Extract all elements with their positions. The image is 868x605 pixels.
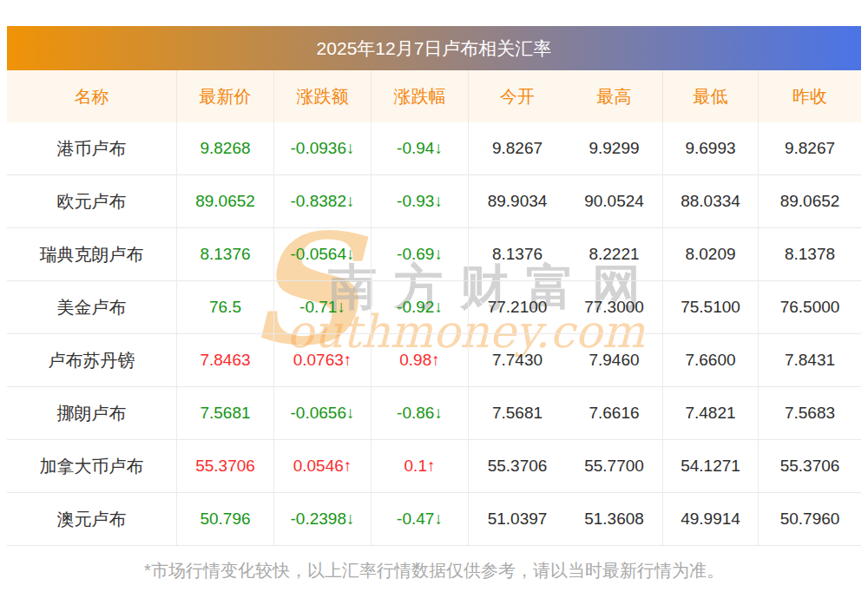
cell-high: 77.3000: [566, 281, 663, 333]
page-title: 2025年12月7日卢布相关汇率: [317, 36, 552, 61]
cell-open: 7.5681: [469, 387, 566, 439]
cell-prev: 89.0652: [759, 175, 861, 227]
table-row: 美金卢布 76.5 -0.71↓ -0.92↓ 77.2100 77.3000 …: [7, 281, 861, 334]
cell-low: 7.6600: [663, 334, 759, 386]
cell-change: -0.8382↓: [274, 175, 372, 227]
cell-open: 89.9034: [469, 175, 566, 227]
cell-change: -0.2398↓: [274, 493, 372, 545]
table-row: 卢布苏丹镑 7.8463 0.0763↑ 0.98↑ 7.7430 7.9460…: [7, 334, 861, 387]
cell-name: 挪朗卢布: [7, 387, 177, 439]
cell-open: 8.1376: [469, 228, 566, 280]
cell-high: 55.7700: [566, 440, 663, 492]
cell-prev: 50.7960: [759, 493, 861, 545]
column-header-pct: 涨跌幅: [372, 70, 469, 122]
column-header-name: 名称: [7, 70, 177, 122]
cell-pct: -0.47↓: [372, 493, 469, 545]
cell-low: 54.1271: [663, 440, 759, 492]
cell-change: 0.0763↑: [274, 334, 372, 386]
cell-change: -0.0656↓: [274, 387, 372, 439]
cell-name: 加拿大币卢布: [7, 440, 177, 492]
cell-low: 49.9914: [663, 493, 759, 545]
table-row: 港币卢布 9.8268 -0.0936↓ -0.94↓ 9.8267 9.929…: [7, 122, 861, 175]
column-header-open: 今开: [469, 70, 566, 122]
cell-name: 瑞典克朗卢布: [7, 228, 177, 280]
cell-change: 0.0546↑: [274, 440, 372, 492]
cell-low: 8.0209: [663, 228, 759, 280]
page: S 南方财富网 outhmoney.com 2025年12月7日卢布相关汇率 名…: [0, 0, 868, 605]
disclaimer-note: *市场行情变化较快，以上汇率行情数据仅供参考，请以当时最新行情为准。: [0, 559, 868, 582]
cell-pct: -0.92↓: [372, 281, 469, 333]
column-header-low: 最低: [663, 70, 759, 122]
cell-last: 9.8268: [177, 122, 274, 174]
cell-low: 75.5100: [663, 281, 759, 333]
cell-pct: -0.94↓: [372, 122, 469, 174]
cell-pct: 0.98↑: [372, 334, 469, 386]
cell-name: 澳元卢布: [7, 493, 177, 545]
cell-prev: 9.8267: [759, 122, 861, 174]
cell-pct: -0.93↓: [372, 175, 469, 227]
cell-name: 卢布苏丹镑: [7, 334, 177, 386]
cell-low: 9.6993: [663, 122, 759, 174]
table-row: 瑞典克朗卢布 8.1376 -0.0564↓ -0.69↓ 8.1376 8.2…: [7, 228, 861, 281]
cell-prev: 55.3706: [759, 440, 861, 492]
cell-high: 51.3608: [566, 493, 663, 545]
cell-name: 欧元卢布: [7, 175, 177, 227]
cell-change: -0.0936↓: [274, 122, 372, 174]
cell-high: 8.2221: [566, 228, 663, 280]
cell-low: 88.0334: [663, 175, 759, 227]
table-row: 欧元卢布 89.0652 -0.8382↓ -0.93↓ 89.9034 90.…: [7, 175, 861, 228]
column-header-prev: 昨收: [759, 70, 861, 122]
cell-last: 50.796: [177, 493, 274, 545]
exchange-rate-table: 2025年12月7日卢布相关汇率 名称 最新价 涨跌额 涨跌幅 今开 最高 最低…: [7, 26, 861, 546]
column-header-change: 涨跌额: [274, 70, 372, 122]
cell-prev: 7.5683: [759, 387, 861, 439]
cell-open: 9.8267: [469, 122, 566, 174]
cell-last: 7.5681: [177, 387, 274, 439]
column-header-last: 最新价: [177, 70, 274, 122]
table-row: 加拿大币卢布 55.3706 0.0546↑ 0.1↑ 55.3706 55.7…: [7, 440, 861, 493]
cell-prev: 7.8431: [759, 334, 861, 386]
title-bar: 2025年12月7日卢布相关汇率: [7, 26, 861, 70]
cell-change: -0.0564↓: [274, 228, 372, 280]
cell-open: 51.0397: [469, 493, 566, 545]
cell-last: 55.3706: [177, 440, 274, 492]
cell-prev: 8.1378: [759, 228, 861, 280]
table-row: 挪朗卢布 7.5681 -0.0656↓ -0.86↓ 7.5681 7.661…: [7, 387, 861, 440]
cell-open: 55.3706: [469, 440, 566, 492]
cell-last: 89.0652: [177, 175, 274, 227]
cell-pct: -0.86↓: [372, 387, 469, 439]
cell-high: 90.0524: [566, 175, 663, 227]
cell-name: 美金卢布: [7, 281, 177, 333]
cell-high: 7.9460: [566, 334, 663, 386]
column-header-high: 最高: [566, 70, 663, 122]
table-header-row: 名称 最新价 涨跌额 涨跌幅 今开 最高 最低 昨收: [7, 70, 861, 122]
cell-low: 7.4821: [663, 387, 759, 439]
cell-name: 港币卢布: [7, 122, 177, 174]
table-body: 港币卢布 9.8268 -0.0936↓ -0.94↓ 9.8267 9.929…: [7, 122, 861, 546]
cell-prev: 76.5000: [759, 281, 861, 333]
table-row: 澳元卢布 50.796 -0.2398↓ -0.47↓ 51.0397 51.3…: [7, 493, 861, 546]
cell-change: -0.71↓: [274, 281, 372, 333]
cell-last: 7.8463: [177, 334, 274, 386]
cell-pct: -0.69↓: [372, 228, 469, 280]
cell-high: 9.9299: [566, 122, 663, 174]
cell-last: 76.5: [177, 281, 274, 333]
cell-pct: 0.1↑: [372, 440, 469, 492]
cell-open: 7.7430: [469, 334, 566, 386]
cell-last: 8.1376: [177, 228, 274, 280]
cell-open: 77.2100: [469, 281, 566, 333]
cell-high: 7.6616: [566, 387, 663, 439]
